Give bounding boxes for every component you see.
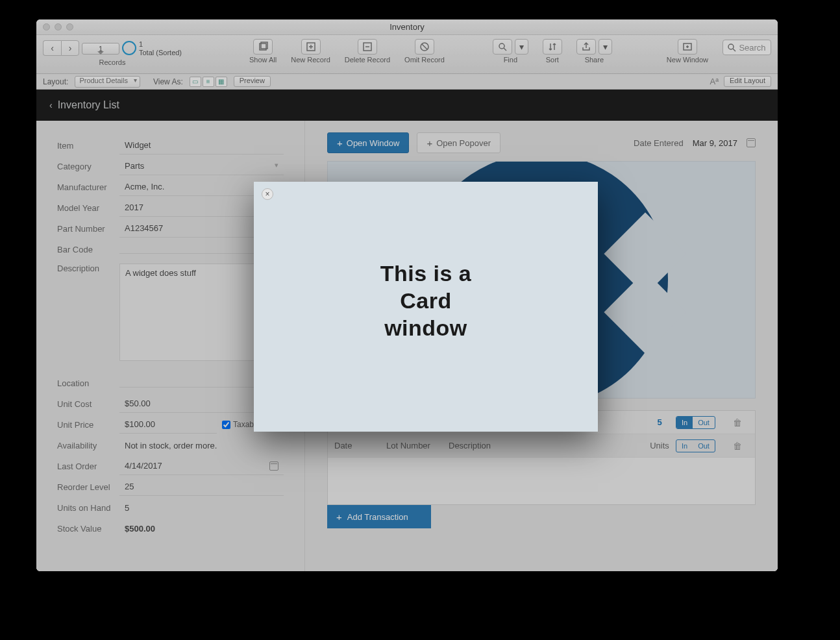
trash-icon[interactable]: 🗑	[733, 417, 742, 428]
in-out-toggle[interactable]: InOut	[676, 416, 715, 429]
plus-box-icon	[306, 42, 316, 52]
record-slider[interactable]: 1	[82, 43, 119, 55]
find-label: Find	[504, 56, 517, 64]
show-all-label: Show All	[249, 56, 277, 64]
table-empty-area	[328, 458, 755, 504]
stock-value: $500.00	[119, 520, 284, 537]
in-out-toggle[interactable]: InOut	[676, 439, 715, 452]
unit-price-label: Unit Price	[57, 420, 119, 430]
open-window-button[interactable]: +Open Window	[327, 132, 409, 153]
chevron-left-icon: ‹	[49, 100, 53, 110]
sort-button[interactable]	[543, 39, 562, 55]
plus-icon: +	[336, 511, 342, 523]
table-row: Date Lot Number Description Units InOut …	[328, 434, 755, 458]
edit-layout-button[interactable]: Edit Layout	[724, 76, 771, 87]
unit-price-field[interactable]: $100.00	[119, 415, 217, 434]
bar-code-label: Bar Code	[57, 245, 119, 254]
on-hand-label: Units on Hand	[57, 503, 119, 513]
part-number-label: Part Number	[57, 224, 119, 234]
omit-record-label: Omit Record	[404, 56, 445, 64]
preview-button[interactable]: Preview	[234, 76, 271, 87]
calendar-icon[interactable]	[747, 138, 756, 147]
titlebar: Inventory	[36, 19, 778, 35]
find-menu-button[interactable]: ▾	[515, 39, 528, 55]
view-list-icon[interactable]: ≡	[203, 77, 214, 87]
omit-record-button[interactable]	[415, 39, 434, 55]
stock-value-label: Stock Value	[57, 524, 119, 534]
description-label: Description	[57, 264, 119, 273]
view-as-label: View As:	[153, 77, 183, 86]
search-input[interactable]: Search	[723, 40, 771, 55]
new-window-label: New Window	[667, 56, 708, 64]
unit-cost-label: Unit Cost	[57, 399, 119, 409]
record-summary: 1 Total (Sorted)	[139, 40, 182, 57]
window-title: Inventory	[36, 22, 778, 32]
trash-icon[interactable]: 🗑	[733, 441, 742, 451]
new-window-button[interactable]	[678, 39, 697, 55]
find-button[interactable]	[493, 39, 512, 55]
add-transaction-button[interactable]: +Add Transaction	[327, 505, 431, 528]
plus-icon: +	[337, 138, 343, 149]
record-pie-icon	[122, 41, 136, 55]
search-icon	[497, 42, 508, 52]
plus-icon: +	[426, 138, 432, 149]
close-card-button[interactable]: ×	[262, 188, 273, 200]
date-entered-label: Date Entered	[634, 138, 684, 148]
sort-label: Sort	[546, 56, 559, 64]
view-table-icon[interactable]: ▦	[216, 77, 227, 87]
last-order-label: Last Order	[57, 462, 119, 471]
text-format-icon[interactable]: Aª	[710, 77, 718, 86]
next-record-button[interactable]: ›	[61, 40, 79, 56]
delete-record-label: Delete Record	[345, 56, 390, 64]
share-label: Share	[585, 56, 604, 64]
toolbar: ‹ › 1 1 Total (Sorted) Records Show All …	[36, 35, 778, 74]
svg-point-7	[728, 44, 734, 49]
minus-box-icon	[362, 42, 373, 52]
show-all-button[interactable]	[253, 39, 273, 55]
category-label: Category	[57, 162, 119, 171]
omit-icon	[419, 42, 430, 52]
category-field[interactable]: Parts	[119, 157, 284, 175]
item-field[interactable]: Widget	[119, 136, 284, 154]
availability-value: Not in stock, order more.	[119, 437, 284, 454]
manufacturer-label: Manufacturer	[57, 182, 119, 192]
share-button[interactable]	[576, 39, 596, 55]
share-menu-button[interactable]: ▾	[599, 39, 612, 55]
layout-select[interactable]: Product Details	[75, 76, 140, 88]
card-text: This is a Card window	[254, 260, 598, 341]
records-label: Records	[99, 58, 126, 66]
item-label: Item	[57, 141, 119, 151]
location-label: Location	[57, 378, 119, 388]
on-hand-value: 5	[119, 499, 284, 517]
share-icon	[581, 42, 591, 52]
stack-icon	[258, 42, 268, 52]
new-record-button[interactable]	[301, 39, 321, 55]
reorder-field[interactable]: 25	[119, 478, 284, 496]
svg-point-5	[499, 43, 504, 49]
card-window: × This is a Card window	[254, 182, 598, 432]
reorder-label: Reorder Level	[57, 482, 119, 492]
date-entered-value: Mar 9, 2017	[693, 138, 737, 148]
new-record-label: New Record	[291, 56, 330, 64]
search-icon	[728, 43, 736, 52]
open-popover-button[interactable]: +Open Popover	[417, 132, 500, 153]
last-order-field[interactable]: 4/14/2017	[119, 457, 284, 475]
view-form-icon[interactable]: ▭	[190, 77, 201, 87]
calendar-icon[interactable]	[269, 462, 278, 471]
prev-record-button[interactable]: ‹	[43, 40, 61, 56]
delete-record-button[interactable]	[358, 39, 377, 55]
model-year-label: Model Year	[57, 203, 119, 213]
breadcrumb[interactable]: ‹ Inventory List	[36, 90, 778, 121]
availability-label: Availability	[57, 441, 119, 450]
sort-icon	[547, 42, 558, 52]
new-window-icon	[682, 42, 693, 52]
layout-label: Layout:	[43, 77, 68, 86]
layout-bar: Layout: Product Details View As: ▭ ≡ ▦ P…	[36, 74, 778, 90]
